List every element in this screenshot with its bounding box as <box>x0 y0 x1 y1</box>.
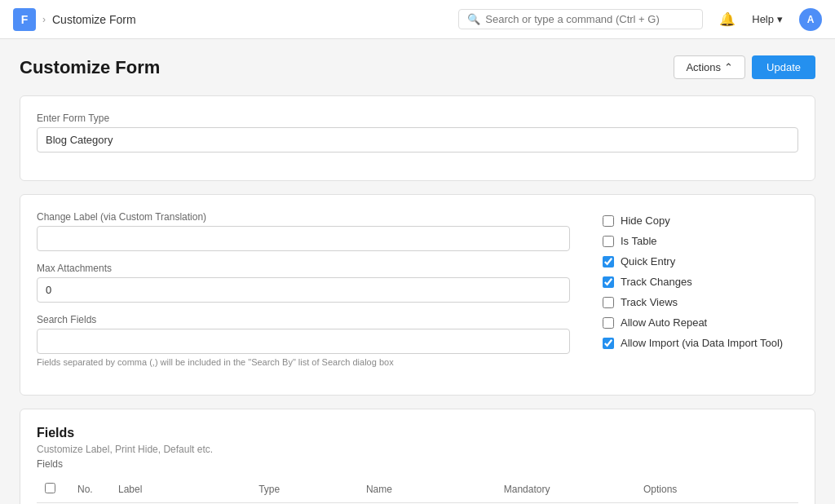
search-fields-hint: Fields separated by comma (,) will be in… <box>37 357 570 367</box>
quick-entry-checkbox[interactable] <box>603 256 614 267</box>
col-header-name: Name <box>358 476 496 503</box>
search-fields-label: Search Fields <box>37 314 570 325</box>
max-attachments-label: Max Attachments <box>37 263 570 274</box>
page-content: Customize Form Actions ⌃ Update Enter Fo… <box>0 39 835 504</box>
col-header-edit <box>733 476 798 503</box>
checkbox-track-views: Track Views <box>603 296 798 308</box>
allow-auto-repeat-label: Allow Auto Repeat <box>621 316 707 329</box>
fields-label: Fields <box>37 458 798 470</box>
form-type-card: Enter Form Type <box>20 95 815 181</box>
app-logo: F <box>13 8 36 31</box>
settings-right-col: Hide Copy Is Table Quick Entry Track Cha… <box>603 211 798 378</box>
header-actions: Actions ⌃ Update <box>674 55 815 79</box>
search-fields-group: Search Fields Fields separated by comma … <box>37 314 570 367</box>
page-header: Customize Form Actions ⌃ Update <box>20 55 815 79</box>
help-label: Help <box>752 13 774 25</box>
navbar: F › Customize Form 🔍 🔔 Help ▾ A <box>0 0 835 39</box>
search-fields-input[interactable] <box>37 329 570 354</box>
form-type-label: Enter Form Type <box>37 113 798 124</box>
track-views-label: Track Views <box>621 296 678 308</box>
change-label-label: Change Label (via Custom Translation) <box>37 211 570 223</box>
avatar[interactable]: A <box>799 8 822 31</box>
help-menu[interactable]: Help ▾ <box>752 13 783 25</box>
settings-left-col: Change Label (via Custom Translation) Ma… <box>37 211 570 378</box>
col-header-type: Type <box>250 476 358 503</box>
col-header-check <box>37 476 69 503</box>
is-table-label: Is Table <box>621 235 657 247</box>
update-button[interactable]: Update <box>752 55 815 79</box>
checkbox-hide-copy: Hide Copy <box>603 214 798 227</box>
search-input[interactable] <box>485 13 694 25</box>
checkbox-allow-auto-repeat: Allow Auto Repeat <box>603 316 798 329</box>
fields-card: Fields Customize Label, Print Hide, Defa… <box>20 409 815 504</box>
col-header-options: Options <box>635 476 733 503</box>
hide-copy-label: Hide Copy <box>621 214 670 227</box>
breadcrumb-page-name: Customize Form <box>52 13 136 26</box>
checkbox-is-table: Is Table <box>603 235 798 247</box>
change-label-group: Change Label (via Custom Translation) <box>37 211 570 251</box>
col-header-no: No. <box>69 476 110 503</box>
hide-copy-checkbox[interactable] <box>603 215 614 227</box>
fields-table: No. Label Type Name Mandatory Options 1 … <box>37 476 798 504</box>
max-attachments-input[interactable] <box>37 277 570 303</box>
change-label-input[interactable] <box>37 226 570 251</box>
actions-button[interactable]: Actions ⌃ <box>674 55 745 79</box>
fields-section-title: Fields <box>37 426 798 440</box>
actions-chevron-icon: ⌃ <box>724 61 733 73</box>
track-changes-label: Track Changes <box>621 276 692 288</box>
page-title: Customize Form <box>20 57 160 78</box>
max-attachments-group: Max Attachments <box>37 263 570 303</box>
checkbox-quick-entry: Quick Entry <box>603 255 798 267</box>
settings-two-col: Change Label (via Custom Translation) Ma… <box>37 211 798 378</box>
track-views-checkbox[interactable] <box>603 297 614 308</box>
search-bar[interactable]: 🔍 <box>458 9 703 29</box>
search-icon: 🔍 <box>467 13 480 25</box>
help-chevron-icon: ▾ <box>777 13 783 25</box>
select-all-checkbox[interactable] <box>45 483 55 493</box>
breadcrumb-separator: › <box>42 14 46 25</box>
form-type-group: Enter Form Type <box>37 113 798 153</box>
checkbox-allow-import: Allow Import (via Data Import Tool) <box>603 337 798 349</box>
notification-bell-icon[interactable]: 🔔 <box>719 11 736 27</box>
fields-section-subtitle: Customize Label, Print Hide, Default etc… <box>37 444 798 455</box>
track-changes-checkbox[interactable] <box>603 276 614 288</box>
col-header-label: Label <box>110 476 250 503</box>
col-header-mandatory: Mandatory <box>496 476 635 503</box>
checkbox-track-changes: Track Changes <box>603 276 798 288</box>
allow-import-label: Allow Import (via Data Import Tool) <box>621 337 783 349</box>
form-type-input[interactable] <box>37 127 798 153</box>
quick-entry-label: Quick Entry <box>621 255 675 267</box>
settings-card: Change Label (via Custom Translation) Ma… <box>20 194 815 396</box>
allow-import-checkbox[interactable] <box>603 338 614 349</box>
allow-auto-repeat-checkbox[interactable] <box>603 317 614 329</box>
is-table-checkbox[interactable] <box>603 236 614 247</box>
